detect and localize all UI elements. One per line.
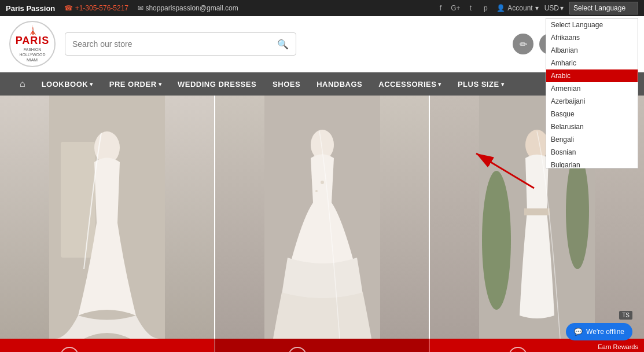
language-option[interactable]: Belarusian <box>546 120 638 133</box>
edit-button[interactable]: ✏ <box>513 34 533 54</box>
new-arrivals-icon: ✦ <box>60 347 79 352</box>
shoes-icon: 👠 <box>509 347 527 352</box>
nav-accessories[interactable]: ACCESSORIES ▾ <box>370 72 450 96</box>
dress-silhouette-2 <box>264 96 380 339</box>
chat-icon: 💬 <box>574 328 583 336</box>
language-option[interactable]: Select Language <box>546 19 638 31</box>
nav-home[interactable]: ⌂ <box>12 72 34 96</box>
language-option[interactable]: Afrikaans <box>546 31 638 44</box>
top-bar: Paris Passion ☎ +1-305-576-5217 ✉ shoppa… <box>0 0 644 16</box>
language-option[interactable]: Bengali <box>546 133 638 146</box>
ts-badge: TS <box>619 311 632 320</box>
nav-lookbook[interactable]: LOOKBOOK ▾ <box>34 72 101 96</box>
language-list[interactable]: Select LanguageAfrikaansAlbanianAmharicA… <box>546 18 638 168</box>
chevron-down-icon: ▾ <box>501 81 505 87</box>
language-option[interactable]: Bulgarian <box>546 159 638 168</box>
email-address: ✉ shopparispassion@gmail.com <box>138 4 238 12</box>
language-option[interactable]: Bosnian <box>546 146 638 159</box>
svg-rect-11 <box>524 208 550 215</box>
nav-plus-size[interactable]: PLUS SIZE ▾ <box>450 72 512 96</box>
language-dropdown: Select LanguageAfrikaansAlbanianAmharicA… <box>546 18 638 168</box>
nav-shoes[interactable]: SHOES <box>264 72 308 96</box>
chat-widget[interactable]: 💬 We're offline <box>566 323 632 340</box>
dresses-icon: ♀ <box>288 347 307 352</box>
dress-silhouette-1 <box>49 96 165 339</box>
category-bars: ✦ NEW ARRIVALS ♀ DRESSES 👠 SHOES <box>0 339 644 352</box>
svg-point-5 <box>321 181 324 184</box>
search-button[interactable]: 🔍 <box>277 39 289 50</box>
hero-image-1 <box>0 96 214 339</box>
svg-rect-1 <box>61 142 95 258</box>
svg-point-8 <box>482 171 511 310</box>
search-input[interactable] <box>72 39 277 49</box>
chevron-down-icon: ▾ <box>90 81 93 87</box>
language-option[interactable]: Amharic <box>546 57 638 69</box>
logo-text: PARIS <box>16 35 50 47</box>
twitter-icon[interactable]: t <box>465 3 476 13</box>
brand-name: Paris Passion <box>6 4 55 13</box>
search-bar[interactable]: 🔍 <box>65 32 296 56</box>
social-icons: f G+ t p <box>435 3 491 13</box>
chevron-down-icon: ▾ <box>438 81 441 87</box>
language-select-input[interactable]: Select Language <box>569 2 638 14</box>
logo[interactable]: 🗼 PARIS FASHION HOLLYWOOD MIAMI <box>9 21 56 67</box>
top-bar-left: Paris Passion ☎ +1-305-576-5217 ✉ shoppa… <box>6 4 238 13</box>
language-option[interactable]: Albanian <box>546 44 638 57</box>
phone-number: ☎ +1-305-576-5217 <box>64 4 128 12</box>
currency-selector[interactable]: USD ▾ <box>544 4 564 12</box>
facebook-icon[interactable]: f <box>435 3 446 13</box>
eiffel-icon: 🗼 <box>28 25 38 35</box>
category-new-arrivals[interactable]: ✦ NEW ARRIVALS <box>0 339 214 352</box>
language-option[interactable]: Azerbaijani <box>546 95 638 108</box>
language-option[interactable]: Armenian <box>546 82 638 95</box>
account-button[interactable]: 👤 Account ▾ <box>496 4 538 12</box>
nav-handbags[interactable]: HANDBAGS <box>308 72 370 96</box>
chevron-down-icon: ▾ <box>159 81 162 87</box>
svg-point-9 <box>566 153 589 269</box>
category-dresses[interactable]: ♀ DRESSES <box>214 339 429 352</box>
svg-point-6 <box>315 190 318 192</box>
earn-rewards-bar[interactable]: Earn Rewards <box>592 342 644 352</box>
language-option[interactable]: Basque <box>546 108 638 120</box>
hero-image-2 <box>214 96 429 339</box>
nav-wedding-dresses[interactable]: WEDDING DRESSES <box>170 72 264 96</box>
googleplus-icon[interactable]: G+ <box>450 3 461 13</box>
pinterest-icon[interactable]: p <box>480 3 491 13</box>
chat-label: We're offline <box>586 328 624 336</box>
top-bar-right: f G+ t p 👤 Account ▾ USD ▾ Select Langua… <box>435 2 638 14</box>
logo-subtext: FASHION HOLLYWOOD MIAMI <box>20 47 46 63</box>
language-selector[interactable]: Select Language Select LanguageAfrikaans… <box>569 2 638 14</box>
nav-preorder[interactable]: PRE ORDER ▾ <box>101 72 170 96</box>
language-option[interactable]: Arabic <box>546 69 638 82</box>
